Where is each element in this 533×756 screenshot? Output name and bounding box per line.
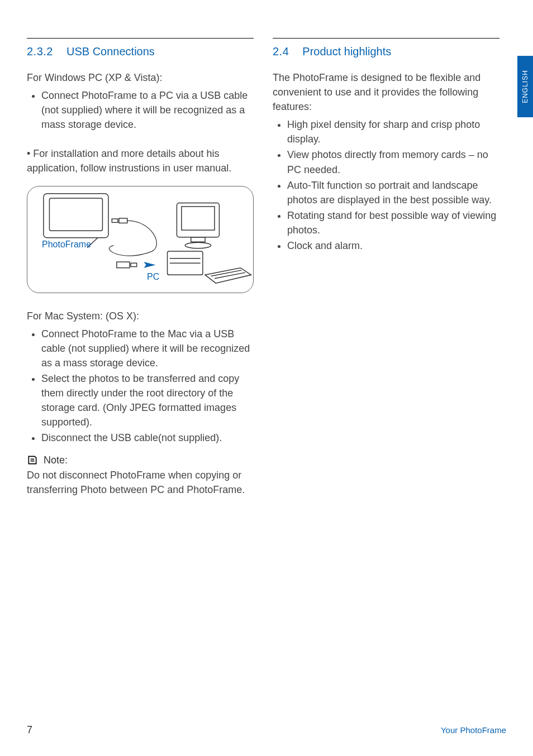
highlights-intro: The PhotoFrame is designed to be flexibl… — [273, 70, 499, 114]
language-tab: ENGLISH — [517, 56, 533, 117]
section-heading-highlights: 2.4 Product highlights — [273, 45, 499, 58]
list-item: Disconnect the USB cable(not supplied). — [41, 430, 254, 445]
list-item: Rotating stand for best possible way of … — [287, 208, 499, 237]
note-heading: Note: — [27, 453, 254, 467]
svg-rect-5 — [117, 262, 130, 268]
highlights-list: High pixel density for sharp and crisp p… — [273, 117, 499, 253]
footer-section-title: Your PhotoFrame — [441, 725, 506, 735]
section-heading-usb: 2.3.2 USB Connections — [27, 45, 254, 58]
section-divider — [27, 38, 254, 39]
list-item: Clock and alarm. — [287, 238, 499, 253]
svg-rect-9 — [182, 206, 215, 229]
windows-paragraph-2: • For installation and more details abou… — [27, 146, 254, 175]
svg-rect-10 — [191, 237, 205, 241]
content-columns: 2.3.2 USB Connections For Windows PC (XP… — [27, 38, 506, 500]
svg-marker-7 — [144, 262, 155, 268]
left-body: For Windows PC (XP & Vista): Connect Pho… — [27, 70, 254, 497]
list-item: Auto-Tilt function so portrait and lands… — [287, 178, 499, 207]
diagram-label-pc: PC — [147, 270, 159, 283]
heading-title: USB Connections — [66, 45, 155, 58]
list-item: Connect PhotoFrame to a PC via a USB cab… — [41, 88, 254, 132]
right-column: 2.4 Product highlights The PhotoFrame is… — [273, 38, 499, 500]
heading-number: 2.4 — [273, 45, 289, 58]
note-label: Note: — [44, 453, 68, 467]
page-footer: 7 Your PhotoFrame — [27, 724, 506, 736]
list-item: High pixel density for sharp and crisp p… — [287, 117, 499, 146]
note-icon — [27, 454, 38, 466]
page: ENGLISH 2.3.2 USB Connections For Window… — [0, 0, 533, 756]
svg-rect-1 — [49, 198, 102, 231]
mac-intro: For Mac System: (OS X): — [27, 309, 254, 323]
heading-number: 2.3.2 — [27, 45, 53, 58]
svg-rect-6 — [131, 263, 137, 266]
left-column: 2.3.2 USB Connections For Windows PC (XP… — [27, 38, 254, 500]
diagram-label-photoframe: PhotoFrame — [42, 238, 91, 251]
mac-list: Connect PhotoFrame to the Mac via a USB … — [27, 327, 254, 446]
windows-intro: For Windows PC (XP & Vista): — [27, 70, 254, 85]
note-body: Do not disconnect PhotoFrame when copyin… — [27, 468, 254, 497]
heading-title: Product highlights — [302, 45, 391, 58]
windows-list: Connect PhotoFrame to a PC via a USB cab… — [27, 88, 254, 132]
svg-point-11 — [185, 242, 211, 248]
svg-rect-3 — [112, 219, 118, 222]
section-divider — [273, 38, 499, 39]
svg-rect-8 — [177, 203, 219, 237]
language-tab-label: ENGLISH — [521, 70, 529, 103]
right-body: The PhotoFrame is designed to be flexibl… — [273, 70, 499, 253]
page-number: 7 — [27, 724, 32, 736]
list-item: Select the photos to be transferred and … — [41, 371, 254, 429]
list-item: View photos directly from memory cards –… — [287, 147, 499, 176]
list-item: Connect PhotoFrame to the Mac via a USB … — [41, 327, 254, 370]
connection-diagram: PhotoFrame PC — [27, 186, 254, 293]
svg-rect-0 — [44, 193, 108, 237]
svg-rect-4 — [119, 218, 127, 223]
